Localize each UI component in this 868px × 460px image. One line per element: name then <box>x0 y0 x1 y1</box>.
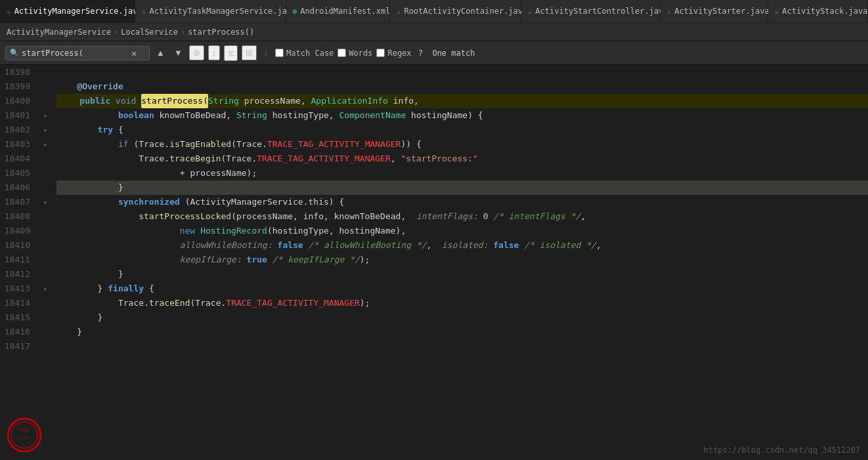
gutter-18410: 18410 <box>0 238 37 253</box>
gutter-18411: 18411 <box>0 253 37 267</box>
code-line-18402: try { <box>56 123 868 137</box>
code-line-18408: startProcessLocked(processName, info, kn… <box>56 209 868 224</box>
code-line-18414: Trace.traceEnd(Trace.TRACE_TAG_ACTIVITY_… <box>56 296 868 310</box>
search-input[interactable] <box>22 49 127 58</box>
toggle-replace-button[interactable]: ↕ <box>208 45 221 60</box>
code-line-18409: new HostingRecord(hostingType, hostingNa… <box>56 224 868 238</box>
code-line-18400: public void startProcess(String processN… <box>56 94 868 108</box>
fold-gutter: ▾ ▾ ▾ ▾ ▾ <box>39 65 51 460</box>
code-line-18415: } <box>56 310 868 325</box>
code-line-18398 <box>56 65 868 79</box>
gutter-18406: 18406 <box>0 180 37 195</box>
search-input-wrap: 🔍 ✕ <box>5 46 150 60</box>
tab-label: ActivityManagerService.java <box>14 7 142 16</box>
code-line-18410: allowWhileBooting: false /* allowWhileBo… <box>56 238 868 253</box>
gutter-18403: 18403 <box>0 137 37 152</box>
tab-android-manifest[interactable]: ⚙ AndroidManifest.xml ✕ <box>286 0 390 23</box>
gutter-18400: 18400 <box>0 94 37 108</box>
code-line-18406: } <box>56 180 868 195</box>
breadcrumb-item-1[interactable]: ActivityManagerService <box>7 28 111 37</box>
tab-label-7: ActivityStack.java <box>782 7 867 16</box>
java-icon-4: ☕ <box>528 7 532 16</box>
tab-label-5: ActivityStartController.java <box>535 7 668 16</box>
code-line-18399: @Override <box>56 79 868 94</box>
gutter-18416: 18416 <box>0 325 37 339</box>
tab-root-activity-container[interactable]: ☕ RootActivityContainer.java ✕ <box>390 0 521 23</box>
tab-label-6: ActivityStarter.java <box>674 7 770 16</box>
breadcrumb-item-3[interactable]: startProcess() <box>188 28 254 37</box>
svg-point-1 <box>11 422 37 448</box>
breadcrumb-item-2[interactable]: LocalService <box>121 28 178 37</box>
code-line-18411: keepIfLarge: true /* keepIfLarge */); <box>56 253 868 267</box>
regex-checkbox[interactable] <box>376 49 385 57</box>
code-line-18416: } <box>56 325 868 339</box>
gutter-18402: 18402 <box>0 123 37 137</box>
tab-activity-stack[interactable]: ☕ ActivityStack.java ✕ <box>768 0 868 23</box>
java-icon-5: ☕ <box>667 7 672 16</box>
line-number-gutter: 18398 18399 18400 18401 18402 18403 1840… <box>0 65 39 460</box>
code-line-18404: Trace.traceBegin(Trace.TRACE_TAG_ACTIVIT… <box>56 152 868 166</box>
regex-label[interactable]: Regex <box>376 49 411 58</box>
search-match: startProcess( <box>141 94 208 108</box>
watermark: https://blog.csdn.net/qq_34512207 <box>704 446 860 455</box>
next-match-button[interactable]: ▼ <box>171 47 185 59</box>
code-line-18417 <box>56 339 868 354</box>
tab-activity-starter[interactable]: ☕ ActivityStarter.java ✕ <box>661 0 768 23</box>
help-icon[interactable]: ? <box>416 47 426 59</box>
fold-icon-18403[interactable]: ▾ <box>43 141 47 148</box>
search-clear-button[interactable]: ✕ <box>129 48 139 58</box>
svg-text:CSDN: CSDN <box>20 436 29 440</box>
code-line-18403: if (Trace.isTagEnabled(Trace.TRACE_TAG_A… <box>56 137 868 152</box>
tab-label-3: AndroidManifest.xml <box>300 7 390 16</box>
gutter-18409: 18409 <box>0 224 37 238</box>
java-icon-3: ☕ <box>397 7 401 16</box>
search-bar: 🔍 ✕ ▲ ▼ ⊚ ↕ ⧖ ⊞ | Match Case Words Regex… <box>0 41 868 65</box>
fold-icon-18413[interactable]: ▾ <box>43 285 47 293</box>
fold-icon-18402[interactable]: ▾ <box>43 127 47 134</box>
svg-text:中国: 中国 <box>20 428 29 433</box>
prev-match-button[interactable]: ▲ <box>154 47 167 59</box>
code-line-18407: synchronized (ActivityManagerService.thi… <box>56 195 868 209</box>
match-case-label[interactable]: Match Case <box>275 49 334 58</box>
extra-button[interactable]: ⊞ <box>242 45 257 60</box>
tab-activity-task-manager[interactable]: ☕ ActivityTaskManagerService.java ✕ <box>135 0 286 23</box>
code-line-18412: } <box>56 267 868 282</box>
match-case-checkbox[interactable] <box>275 49 284 57</box>
tab-label-4: RootActivityContainer.java <box>404 7 527 16</box>
java-icon: ☕ <box>7 7 11 16</box>
words-checkbox[interactable] <box>337 49 346 57</box>
breadcrumb: ActivityManagerService › LocalService › … <box>0 23 868 41</box>
code-line-18401: boolean knownToBeDead, String hostingTyp… <box>56 108 868 123</box>
fold-icon-18401[interactable]: ▾ <box>43 112 47 119</box>
tab-label-2: ActivityTaskManagerService.java <box>150 7 297 16</box>
editor: 18398 18399 18400 18401 18402 18403 1840… <box>0 65 868 460</box>
code-line-18413: } finally { <box>56 282 868 296</box>
gutter-18401: 18401 <box>0 108 37 123</box>
gutter-18405: 18405 <box>0 166 37 180</box>
gutter-18414: 18414 <box>0 296 37 310</box>
tab-activity-manager-service[interactable]: ☕ ActivityManagerService.java ✕ <box>0 0 135 23</box>
xml-icon: ⚙ <box>293 7 297 16</box>
tab-bar: ☕ ActivityManagerService.java ✕ ☕ Activi… <box>0 0 868 23</box>
gutter-18415: 18415 <box>0 310 37 325</box>
red-seal: 中国 CSDN <box>7 417 43 453</box>
code-line-18405: + processName); <box>56 166 868 180</box>
java-icon-2: ☕ <box>142 7 146 16</box>
svg-point-0 <box>8 419 41 451</box>
gutter-18399: 18399 <box>0 79 37 94</box>
gutter-18412: 18412 <box>0 267 37 282</box>
gutter-18404: 18404 <box>0 152 37 166</box>
find-in-files-button[interactable]: ⊚ <box>189 45 204 60</box>
java-icon-6: ☕ <box>775 7 779 16</box>
filter-button[interactable]: ⧖ <box>224 45 238 61</box>
breadcrumb-sep-1: › <box>114 28 118 37</box>
gutter-18407: 18407 <box>0 195 37 209</box>
code-area[interactable]: @Override public void startProcess(Strin… <box>51 65 868 460</box>
match-count: One match <box>432 49 475 58</box>
tab-activity-start-controller[interactable]: ☕ ActivityStartController.java ✕ <box>521 0 661 23</box>
gutter-18408: 18408 <box>0 209 37 224</box>
search-icon: 🔍 <box>10 49 19 57</box>
fold-icon-18407[interactable]: ▾ <box>43 199 47 206</box>
gutter-18417: 18417 <box>0 339 37 354</box>
words-label[interactable]: Words <box>337 49 372 58</box>
